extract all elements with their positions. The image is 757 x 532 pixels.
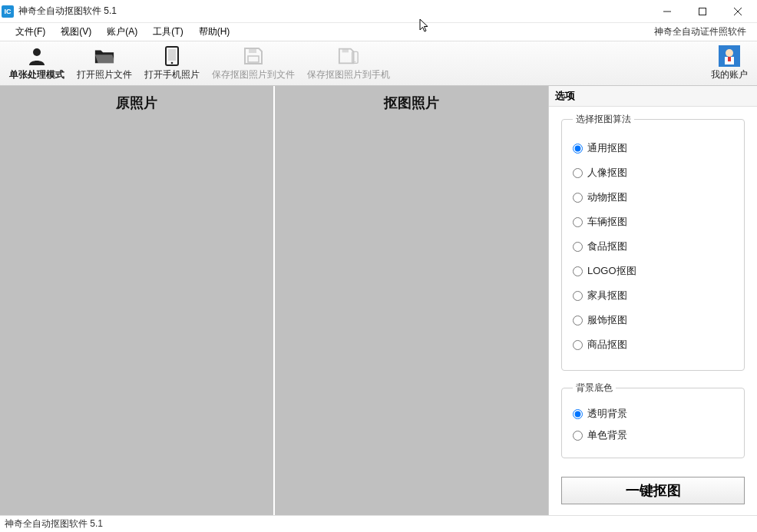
svg-point-12: [355, 61, 355, 62]
status-bar: 神奇全自动抠图软件 5.1: [0, 515, 757, 532]
algorithm-option[interactable]: LOGO抠图: [573, 264, 733, 278]
account-label: 我的账户: [711, 68, 748, 81]
menu-item[interactable]: 账户(A): [99, 23, 145, 41]
minimize-button[interactable]: [650, 0, 685, 23]
save-file-button: 保存抠图照片到文件: [206, 43, 301, 84]
tool-label: 保存抠图照片到文件: [212, 68, 295, 81]
menu-item[interactable]: 帮助(H): [191, 23, 238, 41]
content-area: 原照片 抠图照片 选项 选择抠图算法 通用抠图人像抠图动物抠图车辆抠图食品抠图L…: [0, 86, 757, 515]
algorithm-option[interactable]: 商品抠图: [573, 338, 733, 352]
algorithm-radio[interactable]: [573, 217, 583, 227]
background-group: 背景底色 透明背景单色背景: [561, 382, 745, 458]
background-label: 透明背景: [587, 407, 627, 421]
background-radio[interactable]: [573, 431, 583, 441]
algorithm-radio[interactable]: [573, 316, 583, 325]
svg-rect-8: [249, 48, 256, 53]
algorithm-option[interactable]: 食品抠图: [573, 240, 733, 253]
algorithm-option[interactable]: 通用抠图: [573, 141, 733, 155]
menu-item[interactable]: 视图(V): [53, 23, 99, 41]
maximize-button[interactable]: [685, 0, 720, 23]
background-option[interactable]: 透明背景: [573, 407, 733, 421]
original-photo-title: 原照片: [0, 86, 273, 120]
algorithm-label: 通用抠图: [587, 141, 627, 155]
account-button[interactable]: 我的账户: [705, 43, 754, 84]
window-title: 神奇全自动抠图软件 5.1: [18, 5, 117, 18]
algorithm-group: 选择抠图算法 通用抠图人像抠图动物抠图车辆抠图食品抠图LOGO抠图家具抠图服饰抠…: [561, 113, 745, 371]
person-icon: [26, 45, 48, 67]
svg-rect-6: [168, 49, 176, 61]
algorithm-radio[interactable]: [573, 242, 583, 252]
algorithm-radio[interactable]: [573, 291, 583, 301]
original-photo-panel: 原照片: [0, 86, 275, 515]
algorithm-radio[interactable]: [573, 340, 583, 350]
tool-label: 打开手机照片: [144, 68, 200, 81]
algorithm-option[interactable]: 人像抠图: [573, 166, 733, 180]
open-file-button[interactable]: 打开照片文件: [71, 43, 138, 84]
background-option[interactable]: 单色背景: [573, 428, 733, 442]
title-bar: IC 神奇全自动抠图软件 5.1: [0, 0, 757, 23]
algorithm-option[interactable]: 服饰抠图: [573, 313, 733, 327]
result-photo-title: 抠图照片: [275, 86, 548, 120]
menu-item[interactable]: 工具(T): [145, 23, 190, 41]
algorithm-option[interactable]: 家具抠图: [573, 289, 733, 302]
options-panel: 选项 选择抠图算法 通用抠图人像抠图动物抠图车辆抠图食品抠图LOGO抠图家具抠图…: [548, 86, 757, 515]
save-phone-icon: [338, 45, 359, 67]
save-icon: [243, 45, 264, 67]
algorithm-radio[interactable]: [573, 266, 583, 276]
options-header: 选项: [549, 86, 757, 107]
open-phone-button[interactable]: 打开手机照片: [138, 43, 206, 84]
app-icon: IC: [2, 5, 14, 18]
algorithm-option[interactable]: 动物抠图: [573, 190, 733, 204]
algorithm-label: 车辆抠图: [587, 215, 627, 229]
toolbar: 单张处理模式打开照片文件打开手机照片保存抠图照片到文件保存抠图照片到手机 我的账…: [0, 41, 757, 86]
svg-rect-16: [728, 57, 731, 61]
avatar-icon: [719, 45, 740, 67]
close-button[interactable]: [720, 0, 755, 23]
svg-point-14: [726, 49, 733, 57]
svg-rect-9: [248, 56, 259, 62]
algorithm-label: 服饰抠图: [587, 313, 627, 327]
background-radio[interactable]: [573, 409, 583, 419]
algorithm-radio[interactable]: [573, 144, 583, 154]
result-photo-panel: 抠图照片: [275, 86, 548, 515]
menu-item[interactable]: 文件(F): [8, 23, 53, 41]
algorithm-label: 食品抠图: [587, 240, 627, 253]
status-text: 神奇全自动抠图软件 5.1: [5, 517, 103, 530]
algorithm-label: 人像抠图: [587, 166, 627, 180]
algorithm-radio[interactable]: [573, 193, 583, 203]
menubar-right-link[interactable]: 神奇全自动证件照软件: [654, 25, 749, 38]
mode-button[interactable]: 单张处理模式: [3, 43, 71, 84]
tool-label: 打开照片文件: [77, 68, 132, 81]
algorithm-label: 家具抠图: [587, 289, 627, 302]
svg-point-4: [33, 48, 41, 56]
folder-icon: [94, 45, 115, 67]
algorithm-label: 动物抠图: [587, 190, 627, 204]
tool-label: 单张处理模式: [9, 68, 64, 81]
tool-label: 保存抠图照片到手机: [307, 68, 390, 81]
background-label: 单色背景: [587, 428, 627, 442]
algorithm-label: LOGO抠图: [587, 264, 636, 278]
phone-icon: [161, 45, 183, 67]
menu-bar: 文件(F)视图(V)账户(A)工具(T)帮助(H)神奇全自动证件照软件: [0, 23, 757, 41]
algorithm-legend: 选择抠图算法: [573, 113, 634, 126]
one-click-matting-button[interactable]: 一键抠图: [561, 477, 745, 504]
background-legend: 背景底色: [573, 382, 616, 395]
algorithm-option[interactable]: 车辆抠图: [573, 215, 733, 229]
svg-rect-10: [342, 49, 349, 53]
save-phone-button: 保存抠图照片到手机: [301, 43, 396, 84]
algorithm-radio[interactable]: [573, 168, 583, 178]
algorithm-label: 商品抠图: [587, 338, 627, 352]
svg-point-7: [171, 62, 174, 64]
svg-rect-1: [699, 8, 706, 15]
